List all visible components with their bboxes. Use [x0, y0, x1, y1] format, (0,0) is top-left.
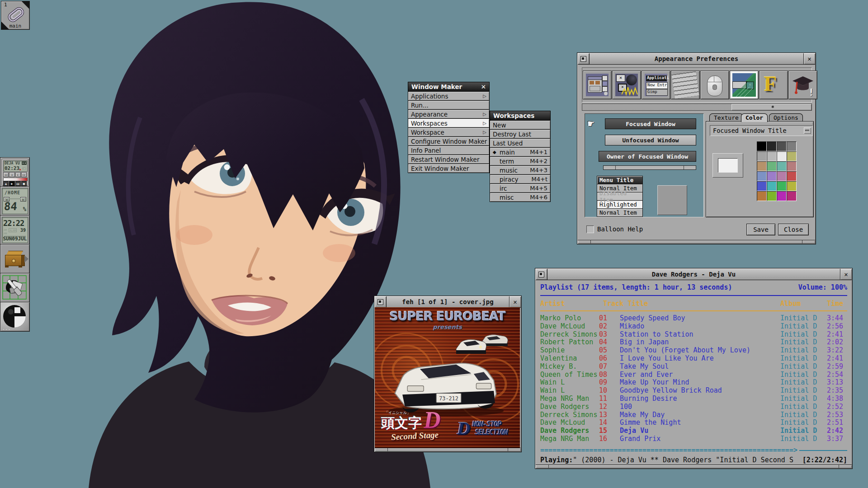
window-focus-icon[interactable] [583, 70, 612, 99]
disk-next-button[interactable]: ► [20, 197, 26, 202]
keyboard-icon[interactable] [671, 70, 700, 99]
dockapp-sphere[interactable]: ... [0, 302, 30, 332]
preview-icon-swatch[interactable] [657, 185, 687, 215]
palette-color-3db55c[interactable] [777, 181, 787, 191]
player-next-button[interactable]: ▸▸ [21, 172, 27, 177]
playlist-track-row-16[interactable]: Mega NRG Man16Grand PrixInitial D3:37 [536, 435, 852, 443]
palette-color-9c7dc9[interactable] [767, 171, 777, 181]
dropdown-button-icon[interactable] [804, 127, 811, 134]
dockapp-music-player[interactable]: DEJA VU 02:23 45 ◂◂ ◂ ▸ ▸▸ ▲ ▶ ▮▮ ■ [0, 157, 30, 187]
column-title[interactable]: Track Title [603, 300, 648, 308]
preview-owner-titlebar[interactable]: Owner of Focused Window [599, 151, 696, 162]
palette-color-000000[interactable] [757, 141, 767, 151]
menu-item-restart-window-maker[interactable]: Restart Window Maker [408, 155, 490, 164]
palette-color-b57da8[interactable] [777, 171, 787, 181]
playlist-miniaturize-button[interactable] [536, 269, 547, 280]
workspace-item-main[interactable]: ◆mainM4+1 [490, 147, 551, 157]
palette-color-b5926b[interactable] [757, 161, 767, 171]
playlist-track-row-03[interactable]: Derreck Simons03Station to StationInitia… [536, 330, 852, 338]
font-icon[interactable]: F [759, 70, 788, 99]
palette-color-b52a78[interactable] [787, 191, 797, 201]
drawer-expand-arrow-icon[interactable] [24, 255, 28, 263]
playlist-track-row-06[interactable]: Valentina06I Love You Like You AreInitia… [536, 354, 852, 362]
playlist-track-row-10[interactable]: Wain L10Goodbye Yellow Brick RoadInitial… [536, 386, 852, 394]
player-stop-button[interactable]: ■ [21, 181, 27, 186]
current-color-well[interactable] [712, 153, 743, 178]
palette-color-6bb57d[interactable] [767, 161, 777, 171]
playlist-track-row-08[interactable]: Queen of Times08Ever and EverInitial D2:… [536, 371, 852, 379]
icon-strip-scrollbar-thumb[interactable] [731, 104, 811, 110]
palette-color-4d57c9[interactable] [757, 181, 767, 191]
workspace-item-term[interactable]: termM4+2 [490, 156, 551, 166]
workspace-item-irc[interactable]: ircM4+5 [490, 183, 551, 193]
playlist-track-row-02[interactable]: Dave McLoud02MikadoInitial D2:56 [536, 322, 852, 330]
column-album[interactable]: Album [780, 300, 801, 308]
playlist-track-row-09[interactable]: Wain L09Make Up Your MindInitial D3:13 [536, 378, 852, 386]
preview-menu-disabled-item[interactable]: Disabled Item [597, 192, 643, 201]
player-pause-button[interactable]: ▮▮ [15, 181, 21, 186]
menu-item-appearance[interactable]: Appearance▷ [408, 109, 490, 119]
column-time[interactable]: Time [820, 300, 843, 308]
playlist-track-row-07[interactable]: Mickey B.07Take My SoulInitial D2:59 [536, 362, 852, 371]
dockapp-config-tool[interactable] [0, 273, 30, 303]
menu-preferences-icon[interactable]: Applicati New Entr Gimp [642, 70, 670, 99]
palette-color-4f4f4f[interactable] [777, 141, 787, 151]
palette-color-b8b8b8[interactable] [767, 151, 777, 161]
palette-color-b5b53d[interactable] [787, 181, 797, 191]
workspace-item-music[interactable]: musicM4+3 [490, 165, 551, 175]
playlist-track-row-05[interactable]: Sophie05Don't You (Forget About My Love)… [536, 346, 852, 354]
palette-color-b5783d[interactable] [757, 191, 767, 201]
icon-strip-scrollbar[interactable] [582, 103, 812, 111]
appearance-icon[interactable]: ✕ [730, 70, 759, 99]
preview-menu-highlighted-item[interactable]: Highlighted [597, 200, 643, 209]
palette-color-b5b56b[interactable] [787, 151, 797, 161]
texture-target-dropdown[interactable]: Focused Window Title [710, 125, 813, 136]
menu-item-workspace[interactable]: Workspace▷ [408, 127, 490, 137]
root-menu-close-icon[interactable]: ✕ [481, 83, 486, 90]
playlist-close-button[interactable]: ✕ [840, 269, 852, 280]
save-button[interactable]: Save [746, 224, 775, 235]
balloon-help-checkbox[interactable] [586, 225, 594, 233]
player-rewind-button[interactable]: ◂ [9, 172, 14, 177]
playback-progress-row[interactable]: ========================================… [540, 446, 847, 454]
mouse-icon[interactable] [700, 70, 729, 99]
player-eject-button[interactable]: ▲ [3, 181, 9, 186]
close-button[interactable]: ✕ [803, 53, 815, 64]
feh-resizebar[interactable] [375, 448, 521, 451]
preview-resizebar[interactable] [603, 165, 696, 170]
playlist-track-row-04[interactable]: Robert Patton04Big in JapanInitial D2:02 [536, 338, 852, 346]
palette-color-a3a3a3[interactable] [757, 151, 767, 161]
workspaces-menu-titlebar[interactable]: Workspaces [490, 111, 551, 121]
playlist-track-row-11[interactable]: Mega NRG Man11Burning DesireInitial D4:3… [536, 394, 852, 403]
preview-focused-titlebar[interactable]: Focused Window [605, 118, 696, 129]
close-button-bottom[interactable]: Close [778, 224, 809, 235]
player-progress-bar[interactable] [3, 178, 28, 181]
column-artist[interactable]: Artist [540, 300, 565, 308]
tab-color[interactable]: Color [741, 113, 768, 122]
preview-menu-normal-item2[interactable]: Normal Item [597, 208, 643, 217]
playlist-track-row-01[interactable]: Marko Polo01Speedy Speed BoyInitial D3:4… [536, 314, 852, 322]
playlist-track-row-14[interactable]: Dave McLoud14Gimme the NightInitial D2:5… [536, 418, 852, 427]
playlist-resizebar[interactable] [536, 465, 852, 468]
playlist-titlebar[interactable]: Dave Rodgers - Deja Vu ✕ [536, 269, 852, 280]
menu-item-run[interactable]: Run... [408, 100, 490, 110]
palette-color-b52ab5[interactable] [777, 191, 787, 201]
palette-color-e8e8e8[interactable] [777, 151, 787, 161]
player-prev-button[interactable]: ◂◂ [3, 172, 9, 177]
preview-menu-title[interactable]: Menu Title [597, 176, 643, 184]
palette-color-7d92c4[interactable] [757, 171, 767, 181]
menu-item-last-used[interactable]: Last Used [490, 138, 551, 148]
palette-color-b57d7d[interactable] [787, 161, 797, 171]
feh-miniaturize-button[interactable] [375, 296, 387, 307]
menu-item-exit-window-maker[interactable]: Exit Window Maker [408, 164, 490, 173]
preview-unfocused-titlebar[interactable]: Unfocused Window [605, 135, 696, 145]
dockapp-clock[interactable]: 22:22 AM ALRM PM 39 SUN09JUL [0, 215, 30, 245]
menu-item-new[interactable]: New [490, 120, 551, 130]
workspace-clip[interactable]: 1 main [1, 1, 30, 30]
palette-color-47b5b5[interactable] [767, 181, 777, 191]
feh-titlebar[interactable]: feh [1 of 1] - cover.jpg ✕ [375, 296, 521, 308]
workspace-item-misc[interactable]: miscM4+6 [490, 192, 551, 202]
player-play-button[interactable]: ▶ [9, 181, 14, 186]
menu-item-configure-window-maker[interactable]: Configure Window Maker [408, 136, 490, 146]
palette-color-7db52a[interactable] [767, 191, 777, 201]
